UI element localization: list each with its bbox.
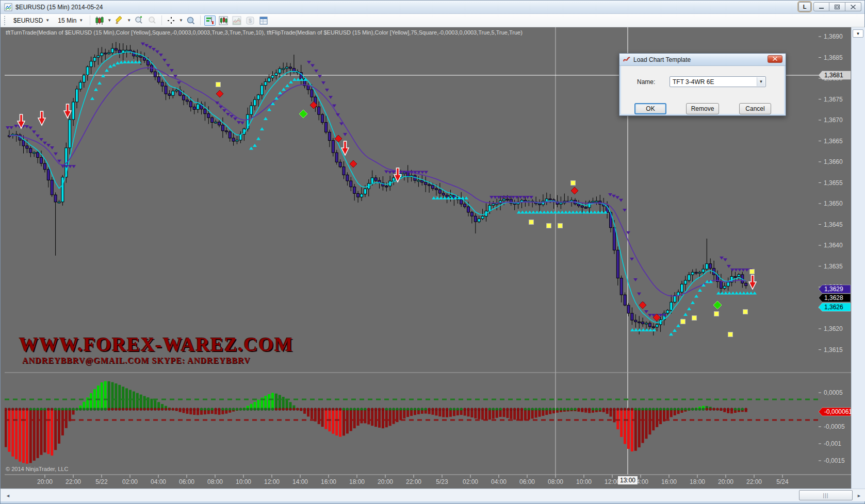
chevron-down-icon: ▼: [45, 18, 50, 23]
svg-text:1,3681: 1,3681: [824, 72, 843, 79]
toolbar-separator: [200, 15, 201, 25]
lock-button[interactable]: L: [798, 2, 811, 11]
dialog-title-bar[interactable]: Load Chart Template: [619, 54, 786, 66]
svg-text:5/24: 5/24: [776, 478, 789, 485]
data-box-button[interactable]: [185, 15, 197, 26]
chevron-down-icon[interactable]: ▼: [127, 18, 131, 23]
zoom-in-button[interactable]: [133, 15, 144, 26]
load-chart-template-dialog: Load Chart Template Name: TFT 3-4WR 6E ▼…: [619, 53, 786, 116]
svg-text:10:00: 10:00: [236, 478, 251, 485]
dialog-close-button[interactable]: [768, 55, 782, 63]
regions-icon: [232, 16, 241, 25]
svg-text:14:00: 14:00: [292, 478, 308, 485]
svg-text:02:00: 02:00: [122, 478, 138, 485]
svg-text:12:00: 12:00: [605, 478, 620, 485]
copyright-text: © 2014 NinjaTrader, LLC: [6, 466, 68, 472]
svg-text:08:00: 08:00: [207, 478, 223, 485]
svg-text:20:00: 20:00: [37, 478, 53, 485]
name-label: Name:: [637, 78, 670, 86]
svg-text:22:00: 22:00: [406, 478, 421, 485]
properties-icon: [259, 16, 268, 25]
svg-text:1,3655: 1,3655: [824, 179, 843, 187]
app-window: $EURUSD (15 Min) 2014-05-24 L $EURUSD ▼: [0, 0, 865, 504]
window-title: $EURUSD (15 Min) 2014-05-24: [15, 4, 103, 11]
zoom-in-icon: [134, 16, 143, 25]
svg-text:18:00: 18:00: [349, 478, 365, 485]
svg-text:1,3629: 1,3629: [824, 285, 843, 293]
period-dropdown[interactable]: 15 Min ▼: [55, 16, 86, 25]
draw-button[interactable]: [113, 15, 125, 26]
properties-button[interactable]: [258, 15, 269, 26]
chart-trader-button[interactable]: [204, 15, 216, 26]
maximize-icon: [835, 5, 840, 9]
axis-dropdown-button[interactable]: ▼: [853, 29, 863, 38]
svg-text:1,3665: 1,3665: [824, 138, 843, 145]
svg-text:1,3640: 1,3640: [824, 242, 843, 249]
close-icon: [773, 57, 777, 61]
dollar-icon: $: [246, 16, 255, 25]
scroll-left-button[interactable]: ◄: [4, 491, 12, 500]
svg-text:5/23: 5/23: [436, 478, 448, 485]
svg-text:13:00: 13:00: [620, 477, 635, 484]
chevron-down-icon[interactable]: ▼: [179, 18, 183, 23]
svg-text:1,3620: 1,3620: [824, 325, 843, 332]
svg-text:02:00: 02:00: [463, 478, 478, 485]
svg-text:1,3635: 1,3635: [824, 263, 843, 270]
toolbar: $EURUSD ▼ 15 Min ▼ ▼ ▼: [1, 14, 864, 27]
title-bar[interactable]: $EURUSD (15 Min) 2014-05-24 L: [1, 1, 864, 14]
period-label: 15 Min: [58, 17, 76, 24]
instrument-dropdown[interactable]: $EURUSD ▼: [10, 16, 53, 25]
chevron-down-icon[interactable]: ▼: [107, 18, 111, 23]
dollar-button[interactable]: $: [244, 15, 256, 26]
scrollbar-thumb[interactable]: |||: [799, 490, 853, 500]
scroll-right-button[interactable]: ►: [855, 491, 863, 500]
svg-text:16:00: 16:00: [661, 478, 677, 485]
cancel-button[interactable]: Cancel: [739, 103, 771, 114]
svg-text:04:00: 04:00: [151, 478, 166, 485]
svg-text:10:00: 10:00: [576, 478, 592, 485]
bars-panel-icon: [219, 16, 228, 25]
svg-text:-0,0005: -0,0005: [824, 423, 845, 430]
chevron-down-icon: ▼: [79, 18, 83, 23]
horizontal-scrollbar[interactable]: ◄ ||| ►: [1, 489, 865, 501]
crosshair-button[interactable]: [166, 15, 177, 26]
svg-text:1,3650: 1,3650: [824, 200, 843, 207]
template-name-select[interactable]: TFT 3-4WR 6E ▼: [670, 76, 766, 87]
svg-text:1,3615: 1,3615: [824, 346, 843, 354]
svg-text:22:00: 22:00: [66, 478, 81, 485]
regions-button[interactable]: [231, 15, 242, 26]
toolbar-separator: [161, 15, 162, 25]
svg-text:-0,001: -0,001: [824, 440, 841, 447]
close-button[interactable]: [845, 2, 861, 11]
indicator-parameters-text: tftTurnTrade(Median of $EURUSD (15 Min),…: [6, 29, 810, 36]
remove-button[interactable]: Remove: [686, 103, 719, 114]
ok-button[interactable]: OK: [634, 103, 666, 114]
svg-text:1,3660: 1,3660: [824, 158, 843, 165]
pencil-icon: [115, 16, 124, 25]
svg-text:18:00: 18:00: [690, 478, 705, 485]
svg-text:-0,0000613: -0,0000613: [824, 408, 851, 415]
bars-panel-button[interactable]: [218, 15, 229, 26]
zoom-out-button[interactable]: [146, 15, 158, 26]
svg-text:1,3685: 1,3685: [824, 54, 843, 61]
chart-style-icon: [95, 16, 104, 25]
ninjatrader-logo-icon: [623, 56, 631, 64]
svg-text:06:00: 06:00: [179, 478, 194, 485]
app-chart-icon: [4, 3, 12, 11]
svg-text:16:00: 16:00: [321, 478, 336, 485]
svg-text:$: $: [249, 18, 252, 24]
svg-text:1,3675: 1,3675: [824, 96, 843, 103]
zoom-out-icon: [148, 16, 157, 25]
data-box-icon: [186, 16, 195, 25]
svg-text:1,3690: 1,3690: [824, 33, 843, 40]
svg-text:0,0005: 0,0005: [824, 389, 843, 396]
minimize-button[interactable]: [813, 2, 829, 11]
close-icon: [851, 5, 856, 9]
svg-text:1,3670: 1,3670: [824, 116, 843, 124]
toolbar-grip[interactable]: [4, 16, 7, 25]
svg-text:08:00: 08:00: [548, 478, 563, 485]
chart-style-button[interactable]: [94, 15, 105, 26]
maximize-button[interactable]: [829, 2, 845, 11]
crosshair-icon: [167, 16, 176, 25]
instrument-label: $EURUSD: [13, 17, 43, 24]
